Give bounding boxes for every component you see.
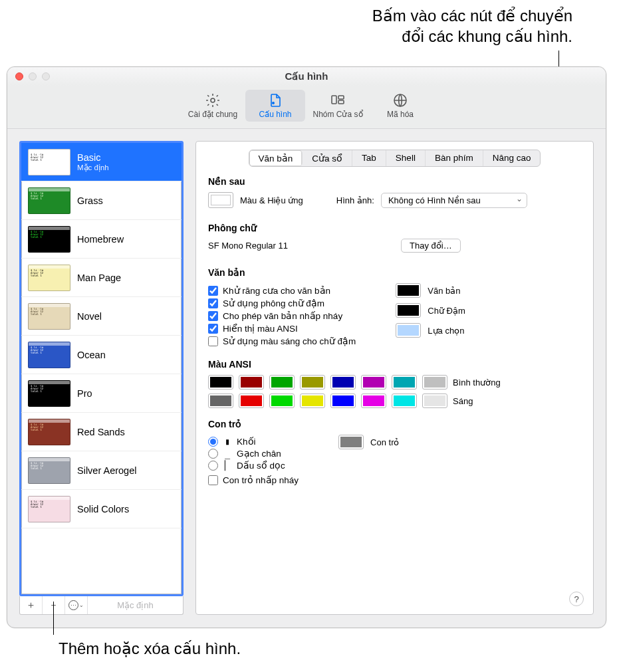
checkbox-blink[interactable]: Cho phép văn bản nhấp nháy: [208, 310, 356, 321]
tool-label: Cấu hình: [259, 110, 291, 119]
ansi-color-well[interactable]: [300, 375, 325, 390]
radio-label: Khối: [237, 436, 256, 447]
radio-label: Gạch chân: [237, 448, 281, 459]
checkbox-cursor-blink[interactable]: Con trỏ nhấp nháy: [208, 475, 299, 485]
profile-label: Solid Colors: [77, 504, 129, 514]
tab-tab[interactable]: Tab: [352, 150, 386, 166]
checkbox-label: Sử dụng phông chữ đậm: [223, 298, 324, 308]
profile-label: Ocean: [77, 350, 106, 360]
tool-profiles[interactable]: Cấu hình: [245, 90, 305, 122]
titlebar: Cấu hình: [7, 67, 606, 86]
ansi-color-well[interactable]: [392, 393, 417, 408]
ansi-color-well[interactable]: [300, 393, 325, 408]
ansi-color-well[interactable]: [422, 375, 447, 390]
profile-item-novel[interactable]: $ ls -ladrwxr 12total 1Novel: [21, 297, 182, 336]
ansi-color-well[interactable]: [330, 393, 356, 408]
tool-general[interactable]: Cài đặt chung: [183, 90, 243, 122]
radio-cursor-vbar[interactable]: ▏Dấu sổ dọc: [208, 460, 299, 471]
profile-thumbnail: $ ls -ladrwxr 12total 1: [28, 149, 70, 175]
profile-tabs: Văn bản Cửa sổ Tab Shell Bàn phím Nâng c…: [249, 150, 541, 167]
svg-rect-4: [338, 100, 344, 104]
ansi-color-well[interactable]: [208, 375, 233, 390]
radio-cursor-underline[interactable]: _Gạch chân: [208, 448, 299, 459]
tool-window-groups[interactable]: Nhóm Cửa sổ: [308, 90, 368, 122]
profile-item-silver-aerogel[interactable]: $ ls -ladrwxr 12total 1Silver Aerogel: [21, 451, 182, 490]
checkbox-label: Sử dụng màu sáng cho chữ đậm: [223, 336, 356, 346]
ansi-color-well[interactable]: [239, 393, 264, 408]
tab-advanced[interactable]: Nâng cao: [483, 150, 541, 166]
profile-item-grass[interactable]: $ ls -ladrwxr 12total 1Grass: [21, 181, 182, 220]
action-menu-button[interactable]: ⋯ ⌄: [65, 596, 88, 614]
ansi-row-label: Sáng: [453, 396, 581, 406]
section-ansi: Màu ANSI: [208, 359, 581, 370]
background-color-well[interactable]: [208, 192, 233, 208]
background-image-select[interactable]: Không có Hình Nền sau: [381, 193, 527, 208]
profile-label: Grass: [77, 195, 103, 206]
ansi-color-well[interactable]: [269, 393, 295, 408]
gear-icon: [203, 92, 222, 108]
section-font: Phông chữ: [208, 223, 581, 233]
tab-shell[interactable]: Shell: [386, 150, 426, 166]
default-button[interactable]: Mặc định: [88, 596, 183, 614]
ansi-color-well[interactable]: [239, 375, 264, 390]
text-color-label: Văn bản: [428, 286, 460, 296]
ansi-color-well[interactable]: [269, 375, 295, 390]
radio-cursor-block[interactable]: ▮Khối: [208, 436, 299, 447]
checkbox-antialias[interactable]: Khử răng cưa cho văn bản: [208, 285, 356, 296]
checkbox-bright-bold[interactable]: Sử dụng màu sáng cho chữ đậm: [208, 336, 356, 346]
profile-label: Novel: [77, 311, 102, 322]
profile-label: BasicMặc định: [77, 152, 109, 172]
profile-thumbnail: $ ls -ladrwxr 12total 1: [28, 380, 70, 407]
underline-cursor-icon: _: [223, 448, 231, 459]
selection-color-label: Lựa chọn: [428, 326, 464, 336]
profile-item-solid-colors[interactable]: $ ls -ladrwxr 12total 1Solid Colors: [21, 490, 182, 528]
add-button[interactable]: ＋: [20, 596, 43, 614]
profile-list[interactable]: $ ls -ladrwxr 12total 1BasicMặc định$ ls…: [19, 141, 184, 596]
bold-color-well[interactable]: [396, 303, 421, 318]
ansi-row-label: Bình thường: [453, 378, 581, 388]
tab-window[interactable]: Cửa sổ: [303, 150, 352, 166]
ansi-color-well[interactable]: [361, 375, 386, 390]
font-value: SF Mono Regular 11: [208, 241, 394, 251]
tab-keyboard[interactable]: Bàn phím: [426, 150, 483, 166]
globe-icon: [391, 92, 410, 108]
profile-thumbnail: $ ls -ladrwxr 12total 1: [28, 265, 70, 291]
profile-thumbnail: $ ls -ladrwxr 12total 1: [28, 342, 70, 368]
sidebar: $ ls -ladrwxr 12total 1BasicMặc định$ ls…: [19, 141, 184, 615]
profile-item-basic[interactable]: $ ls -ladrwxr 12total 1BasicMặc định: [21, 143, 182, 181]
tab-text[interactable]: Văn bản: [249, 150, 303, 166]
vbar-cursor-icon: ▏: [223, 460, 231, 471]
text-color-well[interactable]: [396, 283, 421, 298]
block-cursor-icon: ▮: [223, 436, 231, 447]
help-button[interactable]: ?: [569, 592, 584, 606]
profile-label: Pro: [77, 388, 92, 399]
selection-color-well[interactable]: [396, 323, 421, 338]
checkbox-label: Cho phép văn bản nhấp nháy: [223, 310, 342, 321]
profile-label: Red Sands: [77, 427, 125, 437]
profile-icon: [266, 92, 285, 108]
svg-rect-3: [338, 96, 344, 99]
ansi-color-well[interactable]: [392, 375, 417, 390]
tool-encoding[interactable]: Mã hóa: [370, 90, 430, 122]
ansi-color-well[interactable]: [330, 375, 356, 390]
checkbox-ansi[interactable]: Hiển thị màu ANSI: [208, 323, 356, 334]
profile-item-red-sands[interactable]: $ ls -ladrwxr 12total 1Red Sands: [21, 413, 182, 451]
cursor-color-well[interactable]: [338, 435, 364, 449]
section-background: Nền sau: [208, 176, 581, 187]
callout-line-bottom: [53, 602, 54, 635]
profile-item-ocean[interactable]: $ ls -ladrwxr 12total 1Ocean: [21, 336, 182, 374]
ansi-color-well[interactable]: [361, 393, 386, 408]
profile-item-homebrew[interactable]: $ ls -ladrwxr 12total 1Homebrew: [21, 220, 182, 259]
checkbox-bold-fonts[interactable]: Sử dụng phông chữ đậm: [208, 298, 356, 308]
svg-point-0: [211, 98, 215, 102]
ansi-color-well[interactable]: [208, 393, 233, 408]
checkbox-label: Con trỏ nhấp nháy: [223, 475, 299, 485]
preferences-window: Cấu hình Cài đặt chung Cấu hình Nhóm Cửa…: [7, 66, 606, 628]
callout-bottom: Thêm hoặc xóa cấu hình.: [59, 638, 241, 659]
profile-item-man-page[interactable]: $ ls -ladrwxr 12total 1Man Page: [21, 259, 182, 297]
change-font-button[interactable]: Thay đổi…: [401, 239, 461, 253]
ansi-color-well[interactable]: [422, 393, 447, 408]
remove-button[interactable]: －: [43, 596, 65, 614]
checkbox-label: Khử răng cưa cho văn bản: [223, 285, 330, 296]
profile-item-pro[interactable]: $ ls -ladrwxr 12total 1Pro: [21, 374, 182, 413]
